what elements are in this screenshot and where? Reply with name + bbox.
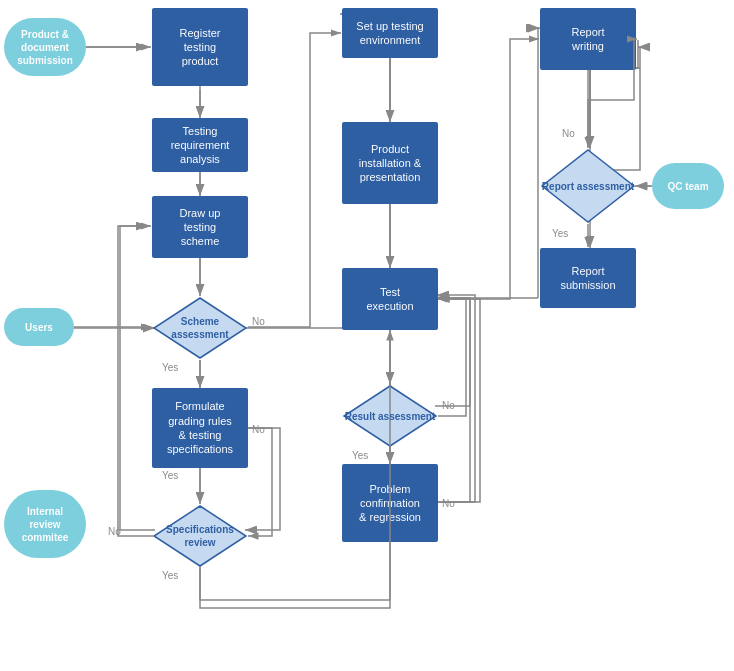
register-node: Register testing product [152,8,248,86]
no-label-problem: No [442,498,455,509]
no-label-scheme: No [252,316,265,327]
scheme-assess-node: Scheme assessment [152,296,248,360]
result-assess-node: Result assessment [342,384,438,448]
yes-label-scheme: Yes [162,362,178,373]
draw-up-node: Draw up testing scheme [152,196,248,258]
yes-label-report: Yes [552,228,568,239]
report-submit-node: Report submission [540,248,636,308]
test-exec-node: Test execution [342,268,438,330]
problem-node: Problem confirmation & regression [342,464,438,542]
users-node: Users [4,308,74,346]
testing-req-node: Testing requirement analysis [152,118,248,172]
yes-label-formulate: Yes [162,470,178,481]
qc-team-node: QC team [652,163,724,209]
no-label-result: No [442,400,455,411]
flowchart-diagram: Product & document submission Register t… [0,0,734,671]
internal-review-node: Internal review commitee [4,490,86,558]
formulate-node: Formulate grading rules & testing specif… [152,388,248,468]
report-assess-node: Report assessment [540,148,636,224]
arrows-clean [0,0,734,671]
yes-label-result: Yes [352,450,368,461]
no-label-specs: No [108,526,121,537]
report-writing-node: Report writing [540,8,636,70]
specs-review-node: Specifications review [152,504,248,568]
arrows-layer [0,0,734,671]
product-install-node: Product installation & presentation [342,122,438,204]
no-label-report: No [562,128,575,139]
yes-label-specs: Yes [162,570,178,581]
set-up-node: Set up testing environment [342,8,438,58]
product-doc-node: Product & document submission [4,18,86,76]
no-label-formulate: No [252,424,265,435]
